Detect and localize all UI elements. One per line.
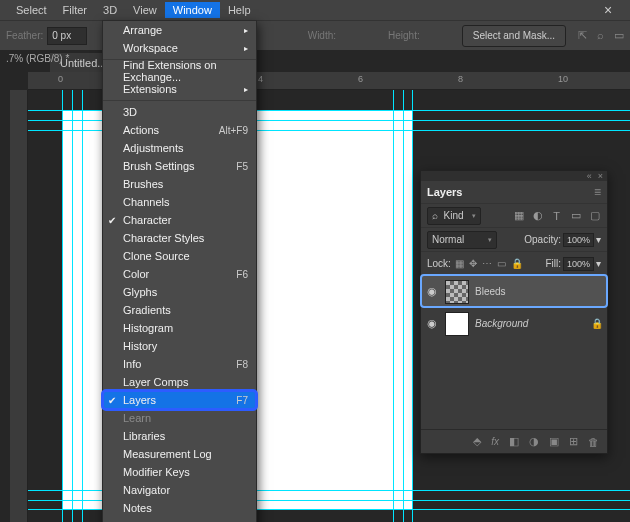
layers-footer: ⬘ fx ◧ ◑ ▣ ⊞ 🗑	[421, 429, 607, 453]
lock-position-icon[interactable]: ✥	[469, 258, 477, 269]
link-layers-icon[interactable]: ⬘	[473, 435, 481, 448]
menu-item-brushes[interactable]: Brushes	[103, 175, 256, 193]
filter-pixel-icon[interactable]: ▦	[512, 209, 525, 222]
layer-thumbnail[interactable]	[445, 312, 469, 336]
panel-drag-bar[interactable]: « ×	[421, 171, 607, 181]
fx-icon[interactable]: fx	[491, 436, 499, 447]
menu-item-brush-settings[interactable]: Brush SettingsF5	[103, 157, 256, 175]
filter-adjust-icon[interactable]: ◐	[531, 209, 544, 222]
lock-artboard-icon[interactable]: ▭	[497, 258, 506, 269]
select-and-mask-button[interactable]: Select and Mask...	[462, 25, 566, 47]
document-tab-bar: Untitled...	[0, 50, 630, 74]
guide-vertical[interactable]	[393, 90, 394, 522]
window-menu-dropdown: Arrange▸Workspace▸Find Extensions on Exc…	[102, 20, 257, 522]
guide-vertical[interactable]	[412, 90, 413, 522]
menu-item-gradients[interactable]: Gradients	[103, 301, 256, 319]
menu-bar: Select Filter 3D View Window Help ×	[0, 0, 630, 20]
filter-shape-icon[interactable]: ▭	[569, 209, 582, 222]
menu-item-color[interactable]: ColorF6	[103, 265, 256, 283]
feather-input[interactable]	[47, 27, 87, 45]
menu-item-adjustments[interactable]: Adjustments	[103, 139, 256, 157]
delete-layer-icon[interactable]: 🗑	[588, 436, 599, 448]
menu-window[interactable]: Window	[165, 2, 220, 18]
menu-item-history[interactable]: History	[103, 337, 256, 355]
opacity-label: Opacity:	[524, 234, 561, 245]
menu-item-workspace[interactable]: Workspace▸	[103, 39, 256, 57]
menu-item-notes[interactable]: Notes	[103, 499, 256, 517]
menu-item-layers[interactable]: ✔LayersF7	[103, 391, 256, 409]
layer-thumbnail[interactable]	[445, 280, 469, 304]
lock-label: Lock:	[427, 258, 451, 269]
new-group-icon[interactable]: ▣	[549, 435, 559, 448]
layer-row[interactable]: ◉Background🔒	[421, 307, 607, 339]
share-icon[interactable]: ⇱	[578, 29, 587, 42]
fill-value[interactable]: 100%	[563, 257, 594, 271]
chevron-down-icon: ▾	[472, 212, 476, 220]
layers-panel: « × Layers ≡ ⌕ Kind ▾ ▦ ◐ T ▭ ▢ Normal ▾…	[420, 170, 608, 454]
close-icon[interactable]: ×	[588, 2, 628, 18]
feather-label: Feather:	[6, 30, 43, 41]
ruler-vertical[interactable]	[10, 90, 28, 522]
menu-item-actions[interactable]: ActionsAlt+F9	[103, 121, 256, 139]
menu-item-arrange[interactable]: Arrange▸	[103, 21, 256, 39]
filter-text-icon[interactable]: T	[550, 209, 563, 222]
layers-tab[interactable]: Layers	[427, 186, 462, 198]
menu-help[interactable]: Help	[220, 2, 259, 18]
menu-item-learn[interactable]: Learn	[103, 409, 256, 427]
collapse-icon[interactable]: «	[587, 171, 592, 181]
layer-name[interactable]: Background	[475, 318, 528, 329]
opacity-value[interactable]: 100%	[563, 233, 594, 247]
lock-all-icon[interactable]: 🔒	[511, 258, 523, 269]
menu-item-navigator[interactable]: Navigator	[103, 481, 256, 499]
visibility-icon[interactable]: ◉	[425, 285, 439, 298]
blend-mode-select[interactable]: Normal ▾	[427, 231, 497, 249]
layer-row[interactable]: ◉Bleeds	[421, 275, 607, 307]
menu-item-find-extensions-on-exchange-[interactable]: Find Extensions on Exchange...	[103, 62, 256, 80]
layer-list: ◉Bleeds◉Background🔒	[421, 275, 607, 339]
menu-item-channels[interactable]: Channels	[103, 193, 256, 211]
zoom-label: .7% (RGB/8) *	[6, 53, 69, 64]
search-icon[interactable]: ⌕	[597, 29, 604, 42]
menu-select[interactable]: Select	[8, 2, 55, 18]
menu-item-measurement-log[interactable]: Measurement Log	[103, 445, 256, 463]
layer-name[interactable]: Bleeds	[475, 286, 506, 297]
lock-icon[interactable]: 🔒	[591, 318, 603, 329]
menu-3d[interactable]: 3D	[95, 2, 125, 18]
options-bar: Feather: Width: Height: Select and Mask.…	[0, 20, 630, 50]
layer-filter-icons: ▦ ◐ T ▭ ▢	[512, 209, 601, 222]
menu-item-info[interactable]: InfoF8	[103, 355, 256, 373]
panel-menu-icon[interactable]: ≡	[594, 185, 601, 199]
lock-pixels-icon[interactable]: ▦	[455, 258, 464, 269]
filter-smart-icon[interactable]: ▢	[588, 209, 601, 222]
close-icon[interactable]: ×	[598, 171, 603, 181]
menu-item-character[interactable]: ✔Character	[103, 211, 256, 229]
menu-item-clone-source[interactable]: Clone Source	[103, 247, 256, 265]
menu-item-3d[interactable]: 3D	[103, 103, 256, 121]
width-label: Width:	[308, 30, 336, 41]
lock-move-icon[interactable]: ⋯	[482, 258, 492, 269]
filter-kind-select[interactable]: ⌕ Kind ▾	[427, 207, 481, 225]
guide-vertical[interactable]	[72, 90, 73, 522]
add-mask-icon[interactable]: ◧	[509, 435, 519, 448]
menu-item-libraries[interactable]: Libraries	[103, 427, 256, 445]
guide-vertical[interactable]	[62, 90, 63, 522]
menu-item-extensions[interactable]: Extensions▸	[103, 80, 256, 98]
chevron-down-icon[interactable]: ▾	[596, 234, 601, 245]
menu-item-histogram[interactable]: Histogram	[103, 319, 256, 337]
chevron-down-icon[interactable]: ▾	[596, 258, 601, 269]
workspace-icon[interactable]: ▭	[614, 29, 624, 42]
menu-item-character-styles[interactable]: Character Styles	[103, 229, 256, 247]
options-bar-icons: ⇱ ⌕ ▭	[578, 29, 624, 42]
guide-vertical[interactable]	[403, 90, 404, 522]
menu-item-modifier-keys[interactable]: Modifier Keys	[103, 463, 256, 481]
visibility-icon[interactable]: ◉	[425, 317, 439, 330]
menu-item-paragraph[interactable]: Paragraph	[103, 517, 256, 522]
menu-item-layer-comps[interactable]: Layer Comps	[103, 373, 256, 391]
new-layer-icon[interactable]: ⊞	[569, 435, 578, 448]
menu-filter[interactable]: Filter	[55, 2, 95, 18]
guide-vertical[interactable]	[82, 90, 83, 522]
search-icon: ⌕	[432, 210, 438, 221]
adjustment-layer-icon[interactable]: ◑	[529, 435, 539, 448]
menu-view[interactable]: View	[125, 2, 165, 18]
menu-item-glyphs[interactable]: Glyphs	[103, 283, 256, 301]
